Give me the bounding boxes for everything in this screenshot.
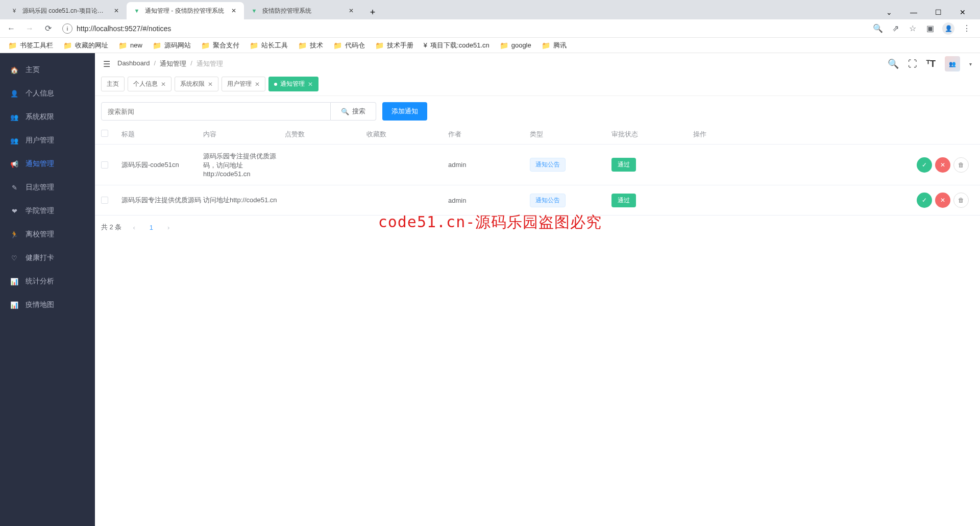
reject-button[interactable]: ✕ <box>935 157 950 173</box>
avatar[interactable]: 👥 <box>945 56 960 71</box>
close-icon[interactable]: ✕ <box>161 81 166 88</box>
delete-button[interactable]: 🗑 <box>953 193 969 208</box>
search-input[interactable] <box>101 102 331 121</box>
view-tab-label: 用户管理 <box>227 80 252 88</box>
bookmark-item[interactable]: 📁代码仓 <box>333 41 365 50</box>
browser-tab[interactable]: ¥ 源码乐园 code51.cn-项目论文代 ✕ <box>4 2 127 19</box>
bookmark-item[interactable]: 📁腾讯 <box>542 41 567 50</box>
col-header: 内容 <box>203 130 285 139</box>
delete-button[interactable]: 🗑 <box>953 157 969 173</box>
bookmark-item[interactable]: 📁技术手册 <box>375 41 413 50</box>
browser-tab[interactable]: ▼ 疫情防控管理系统 ✕ <box>244 2 361 19</box>
cell-author: admin <box>448 161 530 169</box>
close-icon[interactable]: ✕ <box>230 7 238 15</box>
fullscreen-icon[interactable]: ⛶ <box>908 59 917 69</box>
address-bar: ← → ⟳ i http://localhost:9527/#/notices … <box>0 19 980 38</box>
view-tab[interactable]: 个人信息✕ <box>128 77 172 91</box>
share-icon[interactable]: ⇗ <box>890 23 900 34</box>
bookmark-item[interactable]: 📁技术 <box>298 41 323 50</box>
sidebar-item[interactable]: 👤个人信息 <box>0 82 95 105</box>
bookmark-item[interactable]: 📁new <box>118 41 142 50</box>
sidebar-item[interactable]: ❤学院管理 <box>0 199 95 223</box>
url-input[interactable]: i http://localhost:9527/#/notices <box>59 21 869 36</box>
bookmark-item[interactable]: 📁聚合支付 <box>201 41 239 50</box>
sidebar-icon: 👥 <box>10 113 18 121</box>
approve-button[interactable]: ✓ <box>917 193 932 208</box>
star-icon[interactable]: ☆ <box>908 23 918 34</box>
close-icon[interactable]: ✕ <box>112 7 120 15</box>
next-page-icon[interactable]: › <box>164 224 173 231</box>
reload-icon[interactable]: ⟳ <box>41 21 55 36</box>
sidebar-item[interactable]: 📢通知管理 <box>0 152 95 176</box>
view-tab[interactable]: 主页 <box>101 77 125 91</box>
bookmark-item[interactable]: 📁站长工具 <box>250 41 288 50</box>
row-checkbox[interactable] <box>101 161 108 169</box>
new-tab-button[interactable]: + <box>365 5 380 19</box>
bookmark-item[interactable]: ¥项目下载:code51.cn <box>424 41 489 50</box>
browser-tab[interactable]: ▼ 通知管理 - 疫情防控管理系统 ✕ <box>127 2 244 19</box>
search-icon[interactable]: 🔍 <box>873 23 883 34</box>
site-info-icon[interactable]: i <box>62 23 72 34</box>
bookmark-item[interactable]: 📁收藏的网址 <box>63 41 108 50</box>
fontsize-icon[interactable]: ᵀT <box>926 58 936 69</box>
view-tab[interactable]: 系统权限✕ <box>175 77 218 91</box>
bookmark-item[interactable]: 📁google <box>500 41 531 50</box>
table-row: 源码乐园-code51cn 源码乐园专注提供优质源码，访问地址http://co… <box>95 145 980 185</box>
sidebar-icon: 👤 <box>10 90 18 98</box>
select-all-checkbox[interactable] <box>101 130 108 137</box>
page-number[interactable]: 1 <box>146 224 156 231</box>
sidebar-item[interactable]: 👥系统权限 <box>0 105 95 129</box>
sidebar-item[interactable]: 👥用户管理 <box>0 129 95 152</box>
row-checkbox[interactable] <box>101 197 108 204</box>
minimize-icon[interactable]: — <box>906 5 921 19</box>
view-tab-label: 通知管理 <box>280 80 305 88</box>
col-header: 点赞数 <box>285 130 366 139</box>
back-icon[interactable]: ← <box>4 21 18 36</box>
view-tab[interactable]: 通知管理✕ <box>268 77 318 91</box>
close-icon[interactable]: ✕ <box>347 7 355 15</box>
table-row: 源码乐园专注提供优质源码 访问地址http://code51.cn admin … <box>95 185 980 216</box>
folder-icon: 📁 <box>298 41 307 50</box>
window-close-icon[interactable]: ✕ <box>955 5 970 19</box>
tab-dropdown-icon[interactable]: ⌄ <box>882 5 896 19</box>
hamburger-icon[interactable]: ☰ <box>103 59 110 69</box>
sidebar-icon: 🏠 <box>10 66 18 74</box>
profile-icon[interactable]: 👤 <box>942 22 954 35</box>
reject-button[interactable]: ✕ <box>935 193 950 208</box>
view-tab[interactable]: 用户管理✕ <box>222 77 265 91</box>
breadcrumb-item[interactable]: Dashboard <box>117 59 150 68</box>
bookmark-item[interactable]: 📁源码网站 <box>153 41 191 50</box>
url-text: http://localhost:9527/#/notices <box>77 25 171 33</box>
toolbar: 🔍搜索 添加通知 <box>95 96 980 125</box>
close-icon[interactable]: ✕ <box>255 81 260 88</box>
bookmark-item[interactable]: 📁书签工具栏 <box>8 41 53 50</box>
sidebar-icon: 📊 <box>10 301 18 309</box>
cell-title: 源码乐园专注提供优质源码 <box>121 196 203 205</box>
breadcrumb: Dashboard / 通知管理 / 通知管理 <box>117 59 223 68</box>
close-icon[interactable]: ✕ <box>308 81 313 88</box>
sidebar-icon: ✎ <box>10 184 18 192</box>
maximize-icon[interactable]: ☐ <box>931 5 945 19</box>
sidebar-item[interactable]: 📊疫情地图 <box>0 293 95 317</box>
sidepanel-icon[interactable]: ▣ <box>925 23 935 34</box>
approve-button[interactable]: ✓ <box>917 157 932 173</box>
add-notice-button[interactable]: 添加通知 <box>382 102 427 121</box>
pagination-total: 共 2 条 <box>101 223 121 232</box>
forward-icon[interactable]: → <box>22 21 37 36</box>
search-icon: 🔍 <box>341 108 349 115</box>
breadcrumb-item[interactable]: 通知管理 <box>160 59 186 68</box>
sidebar-icon: 👥 <box>10 137 18 145</box>
sidebar-item[interactable]: ♡健康打卡 <box>0 246 95 270</box>
folder-icon: 📁 <box>333 41 342 50</box>
prev-page-icon[interactable]: ‹ <box>130 224 138 231</box>
chevron-down-icon[interactable]: ▾ <box>969 61 972 67</box>
sidebar-item[interactable]: 🏠主页 <box>0 58 95 82</box>
close-icon[interactable]: ✕ <box>208 81 213 88</box>
sidebar-item[interactable]: 📊统计分析 <box>0 270 95 293</box>
search-icon[interactable]: 🔍 <box>888 58 899 69</box>
sidebar-item[interactable]: ✎日志管理 <box>0 176 95 199</box>
sidebar-item-label: 统计分析 <box>26 277 54 286</box>
search-button[interactable]: 🔍搜索 <box>331 102 376 121</box>
menu-icon[interactable]: ⋮ <box>962 23 972 34</box>
sidebar-item[interactable]: 🏃离校管理 <box>0 223 95 246</box>
